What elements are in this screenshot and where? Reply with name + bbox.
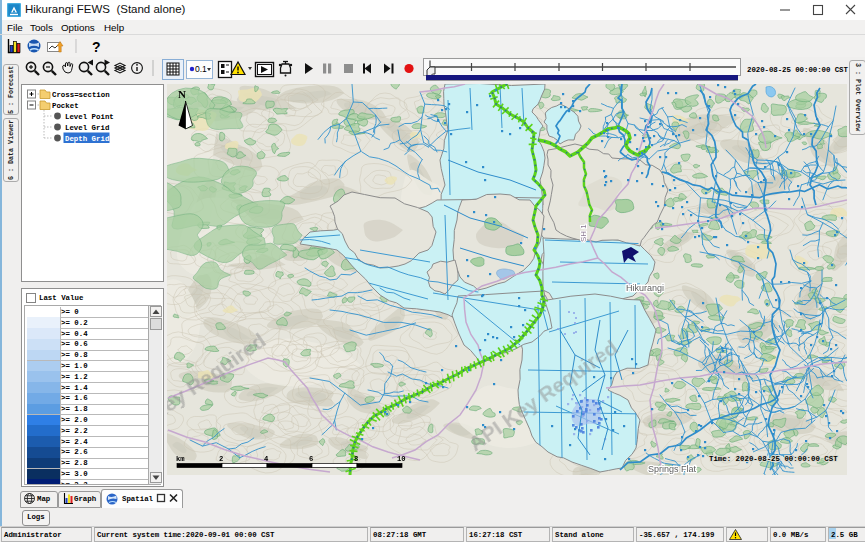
svg-text:2: 2 <box>219 455 223 463</box>
svg-text:Springs Flat: Springs Flat <box>648 464 697 474</box>
svg-text:Hikurangi: Hikurangi <box>626 283 664 293</box>
svg-text:N: N <box>178 88 186 100</box>
svg-text:4: 4 <box>264 455 269 463</box>
svg-text:?: ? <box>92 39 101 55</box>
svg-text:Cross=section: Cross=section <box>52 91 110 99</box>
svg-text:SH 1: SH 1 <box>579 224 588 242</box>
svg-text:Time: 2020-08-25 00:00:00 CST: Time: 2020-08-25 00:00:00 CST <box>709 455 838 463</box>
svg-text:Pocket: Pocket <box>52 102 79 110</box>
svg-text:Level Grid: Level Grid <box>65 124 109 132</box>
svg-text:0.1: 0.1 <box>195 64 207 74</box>
svg-text:10: 10 <box>397 455 406 463</box>
svg-text:km: km <box>176 455 185 463</box>
svg-text:Depth Grid: Depth Grid <box>65 135 109 143</box>
svg-text:6: 6 <box>309 455 313 463</box>
svg-text:Level Point: Level Point <box>65 113 114 121</box>
svg-text:8: 8 <box>354 455 358 463</box>
